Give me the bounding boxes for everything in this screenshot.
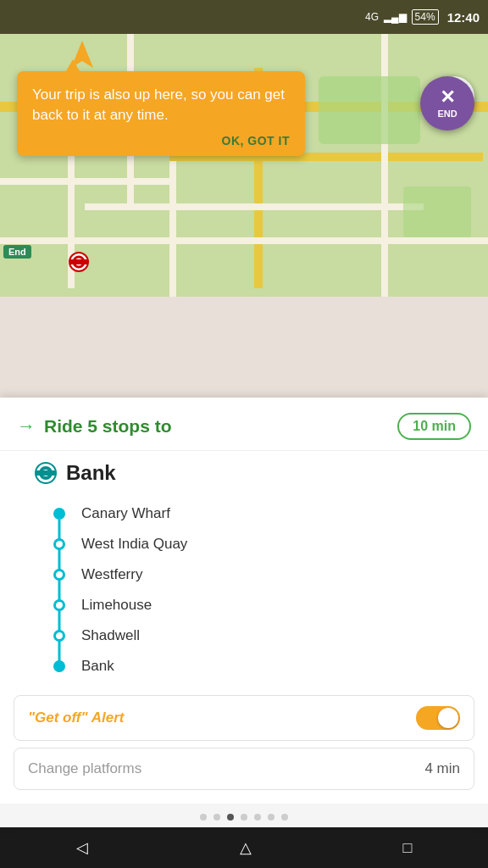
duration-badge: 10 min bbox=[397, 413, 471, 440]
page-dot[interactable] bbox=[254, 814, 261, 821]
change-platforms-time: 4 min bbox=[424, 760, 460, 777]
alert-label: "Get off" Alert bbox=[28, 709, 124, 726]
page-dot[interactable] bbox=[241, 814, 247, 821]
stop-dot-container bbox=[49, 538, 69, 550]
stop-dot-container bbox=[49, 660, 69, 672]
toggle-knob bbox=[438, 708, 458, 728]
tooltip-callout: Your trip is also up here, so you can ge… bbox=[17, 71, 305, 156]
android-back-button[interactable]: ◁ bbox=[76, 838, 88, 857]
end-button[interactable]: ✕ END bbox=[420, 76, 474, 131]
list-item: Bank bbox=[49, 651, 471, 682]
stop-dot-container bbox=[49, 599, 69, 611]
stop-dot bbox=[53, 630, 65, 642]
list-item: Shadwell bbox=[49, 620, 471, 651]
page-dot[interactable] bbox=[281, 814, 288, 821]
nav-up-arrow-icon bbox=[69, 39, 95, 70]
trip-card: → Ride 5 stops to 10 min Bank Canary Wha… bbox=[0, 398, 488, 827]
stop-dot-end bbox=[53, 660, 65, 672]
stop-dot bbox=[53, 599, 65, 611]
stop-name: Limehouse bbox=[69, 590, 152, 620]
page-dot[interactable] bbox=[268, 814, 274, 821]
clock: 12:40 bbox=[447, 10, 480, 25]
list-item: Canary Wharf bbox=[49, 498, 471, 529]
tooltip-ok-button[interactable]: OK, GOT IT bbox=[32, 134, 290, 147]
ride-info: → Ride 5 stops to bbox=[17, 415, 172, 437]
change-platforms-label: Change platforms bbox=[28, 760, 141, 777]
stop-dot bbox=[53, 569, 65, 581]
stops-list: Canary Wharf West India Quay Westferry L… bbox=[0, 492, 488, 688]
svg-rect-12 bbox=[36, 470, 56, 476]
ride-direction-icon: → bbox=[17, 415, 36, 437]
close-icon: ✕ bbox=[440, 88, 455, 107]
destination-tube-icon bbox=[34, 461, 58, 485]
stop-dot-container bbox=[49, 508, 69, 520]
signal-icon: ▂▄▆ bbox=[384, 11, 407, 23]
android-nav-bar: ◁ △ □ bbox=[0, 827, 488, 868]
svg-marker-9 bbox=[71, 41, 93, 68]
stop-name: West India Quay bbox=[69, 529, 187, 559]
battery-indicator: 54% bbox=[412, 9, 439, 25]
destination-row: Bank bbox=[0, 451, 488, 492]
card-header: → Ride 5 stops to 10 min bbox=[0, 398, 488, 451]
stop-dot-container bbox=[49, 630, 69, 642]
stop-name: Bank bbox=[69, 651, 114, 682]
android-recents-button[interactable]: □ bbox=[403, 839, 413, 857]
list-item: Limehouse bbox=[49, 590, 471, 620]
destination-station-name: Bank bbox=[66, 461, 116, 485]
stop-name: Shadwell bbox=[69, 620, 140, 651]
tube-station-icon bbox=[68, 251, 90, 273]
page-dot-active[interactable] bbox=[227, 814, 234, 821]
svg-rect-2 bbox=[69, 259, 88, 264]
network-icon: 4G bbox=[365, 11, 379, 23]
page-dot[interactable] bbox=[200, 814, 207, 821]
status-bar: 4G ▂▄▆ 54% 12:40 bbox=[0, 0, 488, 34]
list-item: Westferry bbox=[49, 559, 471, 590]
stop-name: Westferry bbox=[69, 559, 142, 590]
page-dot[interactable] bbox=[214, 814, 220, 821]
end-station-label: End bbox=[3, 245, 31, 259]
end-label: END bbox=[437, 108, 457, 119]
alert-toggle[interactable] bbox=[416, 706, 460, 730]
ride-stops-text: Ride 5 stops to bbox=[44, 416, 172, 437]
android-home-button[interactable]: △ bbox=[240, 838, 252, 857]
list-item: West India Quay bbox=[49, 529, 471, 559]
stop-dot bbox=[53, 538, 65, 550]
change-platforms-row[interactable]: Change platforms 4 min bbox=[14, 748, 474, 790]
get-off-alert-row[interactable]: "Get off" Alert bbox=[14, 695, 474, 741]
tooltip-message: Your trip is also up here, so you can ge… bbox=[32, 85, 290, 125]
pagination-dots bbox=[0, 804, 488, 827]
map-area: End Your trip is also up here, so you ca… bbox=[0, 34, 488, 297]
stop-dot bbox=[53, 508, 65, 520]
stop-name: Canary Wharf bbox=[69, 498, 170, 529]
stop-dot-container bbox=[49, 569, 69, 581]
